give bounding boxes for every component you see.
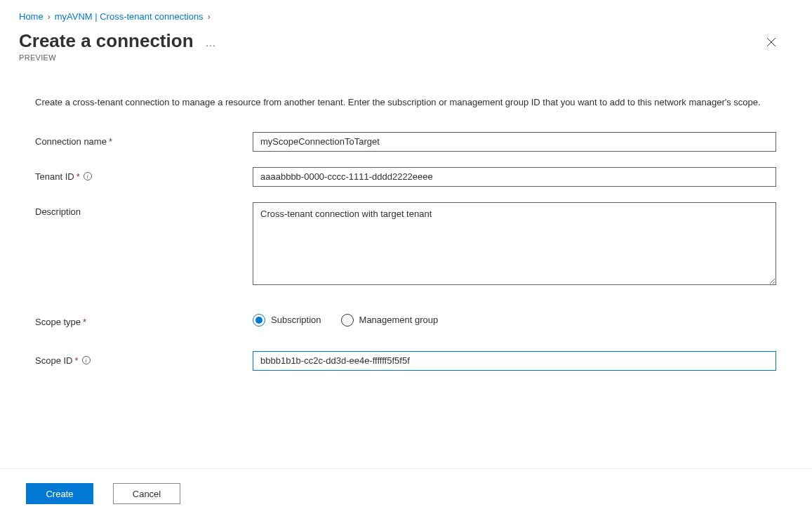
row-scope-type: Scope type * Subscription Management gro… xyxy=(35,312,777,327)
cancel-button[interactable]: Cancel xyxy=(113,483,180,504)
preview-badge: PREVIEW xyxy=(19,53,764,62)
footer-divider xyxy=(0,468,812,469)
required-indicator: * xyxy=(74,355,78,366)
form-content: Create a cross-tenant connection to mana… xyxy=(0,62,812,371)
close-button[interactable] xyxy=(764,34,779,52)
intro-text: Create a cross-tenant connection to mana… xyxy=(35,95,772,110)
tenant-id-input[interactable] xyxy=(253,167,776,187)
label-tenant-id: Tenant ID * i xyxy=(35,167,253,182)
close-icon xyxy=(766,37,776,47)
page-header: Create a connection ··· PREVIEW xyxy=(0,26,812,62)
page-title: Create a connection xyxy=(19,30,194,52)
required-indicator: * xyxy=(83,317,86,327)
breadcrumb-avnm[interactable]: myAVNM | Cross-tenant connections xyxy=(55,11,204,22)
row-description: Description xyxy=(35,202,777,287)
radio-circle-icon xyxy=(253,314,265,327)
chevron-right-icon: › xyxy=(48,12,51,22)
description-textarea[interactable] xyxy=(253,202,776,285)
footer: Create Cancel xyxy=(0,470,812,521)
required-indicator: * xyxy=(76,171,80,182)
row-connection-name: Connection name * xyxy=(35,132,777,152)
required-indicator: * xyxy=(109,136,112,147)
scope-type-radio-group: Subscription Management group xyxy=(253,312,776,327)
radio-subscription[interactable]: Subscription xyxy=(253,314,321,327)
breadcrumb-home[interactable]: Home xyxy=(19,11,44,22)
create-button[interactable]: Create xyxy=(26,483,93,504)
radio-management-group-label: Management group xyxy=(359,315,439,325)
row-tenant-id: Tenant ID * i xyxy=(35,167,777,187)
connection-name-input[interactable] xyxy=(253,132,776,152)
chevron-right-icon: › xyxy=(208,12,211,22)
more-menu-button[interactable]: ··· xyxy=(206,39,216,51)
row-scope-id: Scope ID * i xyxy=(35,351,777,371)
label-connection-name: Connection name * xyxy=(35,132,253,147)
label-scope-type: Scope type * xyxy=(35,312,253,327)
radio-circle-icon xyxy=(341,314,354,327)
radio-management-group[interactable]: Management group xyxy=(341,314,439,327)
breadcrumb: Home › myAVNM | Cross-tenant connections… xyxy=(0,0,812,26)
info-icon[interactable]: i xyxy=(82,356,91,364)
label-scope-id: Scope ID * i xyxy=(35,351,253,366)
radio-subscription-label: Subscription xyxy=(271,315,321,325)
info-icon[interactable]: i xyxy=(84,172,92,180)
scope-id-input[interactable] xyxy=(253,351,776,371)
radio-dot-icon xyxy=(255,317,262,324)
label-description: Description xyxy=(35,202,253,217)
